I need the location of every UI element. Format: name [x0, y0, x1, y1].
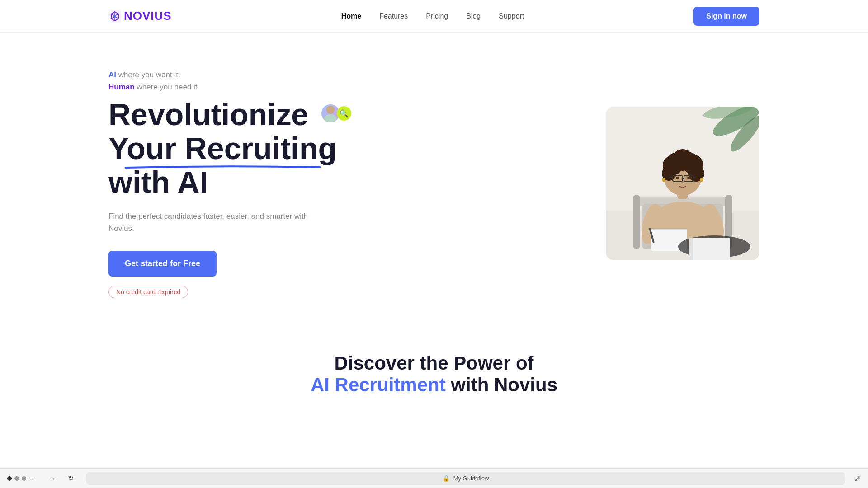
discover-suffix: with Novius [446, 374, 557, 395]
svg-point-41 [681, 182, 684, 183]
forward-button[interactable]: → [45, 473, 60, 484]
svg-point-42 [662, 178, 665, 182]
logo-text: NOVIUS [124, 9, 172, 23]
nav-arrows: ← → ↻ [26, 472, 77, 484]
hero-illustration [606, 107, 760, 260]
svg-point-39 [676, 177, 679, 179]
tagline-human-suffix: where you need it. [135, 83, 200, 91]
discover-section: Discover the Power of AI Recruitment wit… [0, 325, 868, 414]
tagline-ai: AI [108, 70, 116, 79]
hero-tagline: AI where you want it, Human where you ne… [108, 69, 351, 93]
refresh-button[interactable]: ↻ [64, 472, 77, 484]
search-avatar-decoration: 🔍 [321, 103, 351, 123]
hero-content: AI where you want it, Human where you ne… [108, 69, 351, 298]
svg-rect-45 [689, 238, 730, 260]
svg-rect-22 [651, 229, 687, 230]
navigation: NOVIUS Home Features Pricing Blog Suppor… [0, 0, 868, 33]
back-button[interactable]: ← [26, 473, 41, 484]
dot-2 [14, 476, 19, 481]
lock-icon: 🔒 [443, 475, 450, 482]
address-text: My Guideflow [453, 475, 489, 482]
svg-point-40 [687, 177, 691, 179]
expand-button[interactable]: ⤢ [854, 474, 861, 483]
heading-line3: with AI [108, 165, 208, 199]
nav-item-pricing[interactable]: Pricing [426, 12, 448, 20]
svg-rect-18 [633, 195, 640, 249]
discover-highlight: AI Recruitment [311, 374, 446, 395]
nav-item-blog[interactable]: Blog [466, 12, 481, 20]
logo-icon [108, 10, 121, 23]
address-bar[interactable]: 🔒 My Guideflow [86, 472, 845, 485]
heading-line1: Revolutionize 🔍 [108, 97, 351, 131]
nav-links: Home Features Pricing Blog Support [341, 12, 524, 20]
nav-item-features[interactable]: Features [379, 12, 408, 20]
nav-item-support[interactable]: Support [499, 12, 524, 20]
tagline-ai-suffix: where you want it, [116, 70, 180, 79]
hero-heading: Revolutionize 🔍 Your Recruiting [108, 98, 351, 199]
hero-description: Find the perfect candidates faster, easi… [108, 210, 326, 235]
underline-decoration [108, 164, 337, 169]
svg-rect-46 [689, 238, 693, 260]
svg-point-9 [326, 106, 335, 114]
signin-button[interactable]: Sign in now [693, 7, 760, 26]
heading-line2: Your Recruiting [108, 131, 337, 165]
svg-point-31 [681, 152, 698, 169]
dot-1 [7, 476, 12, 481]
logo: NOVIUS [108, 9, 172, 23]
discover-title: Discover the Power of AI Recruitment wit… [108, 352, 760, 396]
svg-point-43 [700, 178, 703, 182]
hero-image [606, 107, 760, 260]
bottom-bar: ← → ↻ 🔒 My Guideflow ⤢ [0, 468, 868, 488]
search-magnifier-icon: 🔍 [337, 106, 351, 121]
cta-area: Get started for Free No credit card requ… [108, 251, 351, 298]
get-started-button[interactable]: Get started for Free [108, 251, 217, 277]
tagline-human: Human [108, 83, 135, 91]
hero-section: AI where you want it, Human where you ne… [0, 33, 868, 325]
dot-3 [22, 476, 26, 481]
discover-prefix: Discover the Power of [334, 352, 533, 374]
bottom-dots [7, 476, 26, 481]
nav-item-home[interactable]: Home [341, 12, 361, 20]
svg-point-10 [324, 114, 337, 123]
no-card-label: No credit card required [108, 286, 188, 298]
